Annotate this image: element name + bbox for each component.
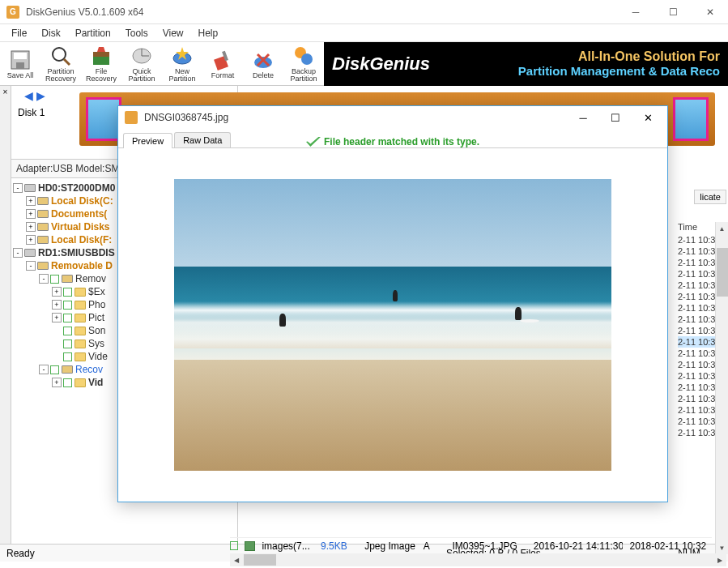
new-partition-label: New Partition <box>168 68 195 83</box>
banner-line1: All-In-One Solution For <box>518 49 720 64</box>
drive-icon <box>37 235 49 245</box>
menu-tools[interactable]: Tools <box>119 26 155 41</box>
dialog-body <box>118 148 667 502</box>
svg-line-4 <box>64 59 70 65</box>
tree-checkbox[interactable] <box>63 327 72 335</box>
vertical-scrollbar[interactable]: ▲ ▼ <box>715 222 728 554</box>
tree-checkbox[interactable] <box>63 314 72 322</box>
disk-icon <box>24 183 36 193</box>
dialog-maximize-button[interactable]: ☐ <box>602 108 628 127</box>
menu-view[interactable]: View <box>156 26 190 41</box>
tree-checkbox[interactable] <box>63 288 72 297</box>
quick-partition-button[interactable]: Quick Partition <box>121 44 162 84</box>
tree-checkbox[interactable] <box>63 301 72 310</box>
expander-icon[interactable]: + <box>52 287 62 297</box>
tab-partial[interactable]: licate <box>694 190 726 204</box>
collapse-sidebar-button[interactable]: × <box>0 86 11 544</box>
expander-icon[interactable]: - <box>39 274 49 284</box>
drive-icon <box>37 261 49 271</box>
expander-icon[interactable]: + <box>26 235 36 245</box>
preview-image <box>174 179 611 471</box>
file-recovery-button[interactable]: File Recovery <box>81 44 121 84</box>
partition-recovery-button[interactable]: Partition Recovery <box>40 44 81 84</box>
format-button[interactable]: Format <box>202 44 243 84</box>
preview-dialog: DNSGI0368745.jpg ─ ☐ ✕ Preview Raw Data … <box>117 105 668 502</box>
toolbar: Save All Partition Recovery File Recover… <box>0 42 728 86</box>
nav-next-icon[interactable]: ▶ <box>36 89 45 102</box>
svg-marker-7 <box>97 47 105 52</box>
tree-label: Documents( <box>51 208 107 220</box>
tree-label: Sys <box>88 338 104 349</box>
tree-checkbox[interactable] <box>63 340 72 348</box>
scroll-left-icon[interactable]: ◀ <box>230 553 243 566</box>
svg-rect-5 <box>93 57 109 65</box>
drive-icon <box>37 196 49 206</box>
expander-icon[interactable]: + <box>26 222 36 232</box>
menubar: File Disk Partition Tools View Help <box>0 24 728 42</box>
minimize-button[interactable]: ─ <box>624 4 647 20</box>
menu-help[interactable]: Help <box>192 26 225 41</box>
row-checkbox[interactable] <box>230 541 238 550</box>
expander-icon[interactable]: + <box>26 196 36 206</box>
svg-rect-1 <box>14 53 27 59</box>
drive-icon <box>37 222 49 232</box>
window-titlebar: G DiskGenius V5.0.1.609 x64 ─ ☐ ✕ <box>0 0 728 24</box>
expander-icon[interactable]: - <box>39 365 49 374</box>
partition-segment[interactable] <box>673 97 709 141</box>
expander-icon[interactable]: + <box>52 300 62 310</box>
close-button[interactable]: ✕ <box>699 4 722 20</box>
tab-raw-data[interactable]: Raw Data <box>174 132 231 147</box>
folder-icon <box>75 313 86 322</box>
new-partition-icon <box>171 45 194 67</box>
menu-disk[interactable]: Disk <box>35 26 66 41</box>
expander-icon[interactable]: - <box>26 261 36 271</box>
expander-icon[interactable]: - <box>13 248 23 258</box>
window-title: DiskGenius V5.0.1.609 x64 <box>26 6 624 18</box>
expander-icon[interactable]: - <box>13 183 23 193</box>
file-orig: IM0395~1.JPG <box>452 540 526 552</box>
new-partition-button[interactable]: New Partition <box>162 44 202 84</box>
format-icon <box>211 49 234 71</box>
file-recovery-label: File Recovery <box>86 68 117 83</box>
drive-icon <box>62 365 73 374</box>
scroll-thumb[interactable] <box>717 248 728 297</box>
expander-icon[interactable]: + <box>26 209 36 219</box>
backup-partition-button[interactable]: Backup Partition <box>283 44 324 84</box>
tree-checkbox[interactable] <box>50 275 59 284</box>
tree-checkbox[interactable] <box>63 378 72 387</box>
dialog-titlebar[interactable]: DNSGI0368745.jpg ─ ☐ ✕ <box>118 106 667 129</box>
scroll-down-icon[interactable]: ▼ <box>716 541 728 554</box>
delete-button[interactable]: Delete <box>243 44 283 84</box>
tree-label: Recov <box>75 364 103 375</box>
scroll-right-icon[interactable]: ▶ <box>713 553 726 566</box>
scroll-thumb-h[interactable] <box>244 554 276 566</box>
save-all-button[interactable]: Save All <box>0 44 40 84</box>
maximize-button[interactable]: ☐ <box>662 4 684 20</box>
menu-partition[interactable]: Partition <box>69 26 117 41</box>
expander-icon[interactable]: + <box>52 313 62 322</box>
file-row[interactable]: images(7... 9.5KB Jpeg Image A IM0395~1.… <box>230 537 712 552</box>
tree-label: Vide <box>88 351 108 362</box>
tree-checkbox[interactable] <box>50 365 59 374</box>
menu-file[interactable]: File <box>5 26 33 41</box>
folder-icon <box>75 287 86 297</box>
dialog-status: File header matched with its type. <box>306 136 479 147</box>
folder-icon <box>75 352 86 361</box>
scroll-up-icon[interactable]: ▲ <box>716 222 728 235</box>
drive-icon <box>37 209 49 219</box>
tree-label: Virtual Disks <box>51 221 109 233</box>
check-icon <box>306 137 321 147</box>
delete-label: Delete <box>253 72 274 79</box>
partition-segment[interactable] <box>86 97 121 141</box>
tab-preview[interactable]: Preview <box>123 133 172 148</box>
format-label: Format <box>211 72 235 79</box>
dialog-minimize-button[interactable]: ─ <box>570 108 596 127</box>
expander-icon[interactable]: + <box>52 378 62 387</box>
nav-prev-icon[interactable]: ◀ <box>24 89 33 102</box>
horizontal-scrollbar[interactable]: ◀ ▶ <box>230 553 726 566</box>
tree-checkbox[interactable] <box>63 352 72 361</box>
file-modified: 2018-02-11 10:32 <box>629 540 712 552</box>
banner: DiskGenius All-In-One Solution For Parti… <box>324 42 728 86</box>
dialog-close-button[interactable]: ✕ <box>635 108 661 127</box>
delete-icon <box>252 49 275 71</box>
